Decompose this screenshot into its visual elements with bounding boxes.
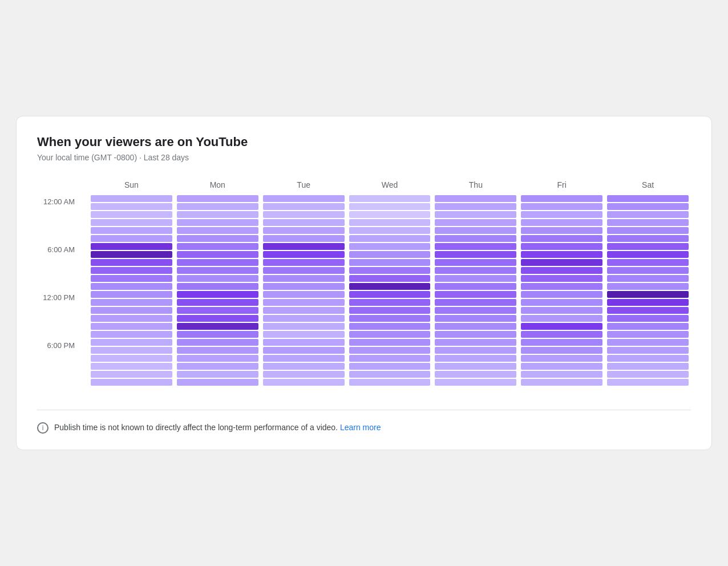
heat-cell (263, 275, 345, 282)
heat-cell (263, 243, 345, 250)
heat-cell (349, 211, 431, 218)
heat-cell (349, 363, 431, 370)
heat-cell (607, 371, 689, 378)
heat-cell (263, 355, 345, 362)
heat-cell (91, 379, 172, 386)
heat-cell (263, 211, 345, 218)
heat-cell (607, 347, 689, 354)
heat-cell (435, 283, 516, 290)
heat-cell (91, 371, 172, 378)
heat-cell (435, 347, 516, 354)
main-card: When your viewers are on YouTube Your lo… (16, 116, 712, 450)
heat-cell (177, 371, 258, 378)
col-header-mon: Mon (175, 180, 261, 192)
heat-cell (177, 379, 258, 386)
day-col-sun (88, 195, 175, 386)
heat-cell (607, 291, 689, 298)
heat-cell (521, 283, 602, 290)
heat-cell (435, 299, 516, 306)
heat-cell (435, 363, 516, 370)
heat-cell (91, 219, 172, 226)
heat-cell (349, 371, 431, 378)
heat-cell (91, 275, 172, 282)
heat-cell (521, 243, 602, 250)
heat-cell (177, 227, 258, 234)
heat-cell (521, 347, 602, 354)
heat-cell (177, 339, 258, 346)
heat-cell (91, 347, 172, 354)
heat-cell (435, 275, 516, 282)
heat-cell (435, 235, 516, 242)
card-subtitle: Your local time (GMT -0800) · Last 28 da… (37, 153, 691, 162)
heat-cell (91, 323, 172, 330)
heat-cell (91, 339, 172, 346)
heat-cell (177, 275, 258, 282)
heat-cell (263, 323, 345, 330)
heat-cell (91, 291, 172, 298)
heat-cell (607, 235, 689, 242)
heat-cell (177, 235, 258, 242)
heat-cell (349, 299, 431, 306)
heat-cell (177, 291, 258, 298)
heat-cell (349, 227, 431, 234)
day-col-mon (175, 195, 261, 386)
heat-cell (521, 371, 602, 378)
heat-cell (91, 315, 172, 322)
col-header-tue: Tue (261, 180, 347, 192)
heat-cell (521, 291, 602, 298)
col-header-sat: Sat (605, 180, 691, 192)
heat-cell (177, 323, 258, 330)
day-col-thu (432, 195, 519, 386)
heat-cell (607, 299, 689, 306)
heat-cell (263, 339, 345, 346)
info-icon: i (37, 422, 48, 434)
heat-cell (521, 363, 602, 370)
heat-cell (607, 211, 689, 218)
heat-cell (349, 339, 431, 346)
heat-cell (521, 195, 602, 202)
heat-cell (91, 195, 172, 202)
learn-more-link[interactable]: Learn more (340, 423, 381, 432)
heat-cell (263, 371, 345, 378)
heat-cell (91, 259, 172, 266)
heat-cell (435, 211, 516, 218)
heat-cell (263, 283, 345, 290)
heat-cell (607, 339, 689, 346)
day-col-sat (605, 195, 691, 386)
col-header-sun: Sun (88, 180, 175, 192)
heat-cell (521, 219, 602, 226)
heat-cell (435, 379, 516, 386)
heat-cell (435, 315, 516, 322)
heat-cell (91, 363, 172, 370)
heat-cell (263, 299, 345, 306)
heat-cell (435, 267, 516, 274)
heat-cell (263, 307, 345, 314)
heat-cell (521, 227, 602, 234)
heat-cell (349, 323, 431, 330)
heat-cell (349, 355, 431, 362)
heat-cell (91, 243, 172, 250)
heat-cell (91, 283, 172, 290)
heat-cell (177, 243, 258, 250)
heat-cell (177, 355, 258, 362)
heat-cell (349, 251, 431, 258)
heat-cell (349, 219, 431, 226)
grid-area: SunMonTueWedThuFriSat (88, 180, 691, 386)
heat-cell (435, 219, 516, 226)
heat-cell (435, 243, 516, 250)
heat-cell (263, 315, 345, 322)
heat-cell (349, 203, 431, 210)
heat-cell (91, 227, 172, 234)
heat-cell (521, 211, 602, 218)
heat-cell (521, 267, 602, 274)
heat-cell (263, 347, 345, 354)
heat-cell (177, 203, 258, 210)
heat-cell (521, 331, 602, 338)
heat-cell (263, 331, 345, 338)
heat-cell (349, 275, 431, 282)
heat-cell (177, 259, 258, 266)
y-axis: 12:00 AM6:00 AM12:00 PM6:00 PM (37, 180, 88, 394)
heat-cell (177, 315, 258, 322)
heat-cell (607, 315, 689, 322)
heat-cell (91, 299, 172, 306)
